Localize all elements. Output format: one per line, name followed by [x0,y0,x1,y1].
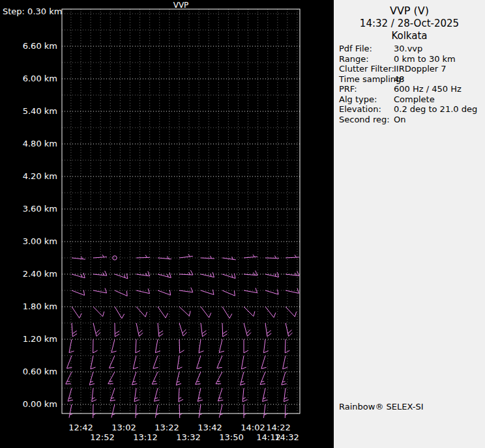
wind-barb [136,272,150,276]
wind-barb [93,323,100,336]
parameter-list: Pdf File:30.vvpRange:0 km to 30 kmClutte… [339,44,484,124]
x-axis-label: 14:02 [241,423,265,432]
wind-barbs [66,254,299,418]
param-label: PRF: [339,84,357,94]
y-axis-label: 1.80 km [1,301,57,311]
wind-barb [179,339,184,353]
wind-barb [158,307,168,318]
x-axis-label: 13:22 [154,423,179,432]
wind-barb [89,372,95,385]
param-label: Range: [339,54,369,64]
wind-barb [179,254,193,258]
panel-site: Kolkata [334,30,485,42]
wind-barb [92,388,96,402]
wind-barb [283,356,288,369]
wind-barb [201,323,207,337]
wind-barb [136,307,147,317]
wind-barb [136,339,140,353]
wind-barb [136,288,149,294]
x-axis-label: 13:02 [111,423,136,432]
wind-barb [222,257,236,260]
param-row: Range:0 km to 30 km [339,54,484,64]
param-row: Clutter Filter:IIRDoppler 7 [339,64,484,74]
param-row: Alg type:Complete [339,94,484,105]
wind-barb [136,404,138,418]
brand-footer: Rainbow® SELEX-SI [339,402,424,412]
param-value: 0 km to 30 km [394,54,456,64]
wind-barb [111,404,115,417]
x-axis-label: 13:32 [176,432,200,442]
wind-barb [286,288,299,294]
wind-barb-plot [0,0,334,448]
wind-barb [222,323,228,337]
wind-barb [72,290,85,296]
wind-barb [284,388,288,402]
wind-barb [115,323,119,337]
x-axis-label: 13:50 [219,432,243,442]
wind-barb [110,388,115,401]
wind-barb [260,372,265,384]
wind-barb [199,339,203,353]
param-value: 0.2 deg to 21.0 deg [394,104,477,114]
wind-barb [93,339,98,353]
y-axis-label: 0.60 km [1,367,57,376]
wind-barb [72,323,77,337]
wind-barb [222,290,235,296]
wind-barb [265,272,279,277]
wind-barb [108,372,115,384]
param-value: 30.vvp [394,44,422,53]
wind-barb [179,288,193,292]
y-axis-label: 3.60 km [1,204,57,214]
wind-barb [115,290,127,296]
param-row: Elevation:0.2 deg to 21.0 deg [339,104,484,115]
param-row: PRF:600 Hz / 450 Hz [339,84,484,94]
wind-barb [179,404,182,418]
x-axis-label: 12:42 [68,423,93,432]
param-row: Pdf File:30.vvp [339,44,484,54]
y-axis-label: 6.60 km [1,41,57,51]
wind-barb [244,271,257,275]
wind-barb [93,255,107,258]
y-axis-label: 4.80 km [1,139,57,148]
wind-barb [179,323,187,336]
param-label: Elevation: [339,104,381,114]
y-axis-label: 4.20 km [1,171,57,181]
wind-barb [93,307,104,316]
wind-barb [244,323,251,336]
wind-barb [286,255,299,258]
wind-barb [222,307,232,318]
wind-barb [176,372,181,385]
wind-barb [155,404,158,418]
x-axis-label: 14:22 [266,423,290,432]
wind-barb [285,404,287,418]
x-axis-label: 14:32 [274,432,299,442]
wind-barb [241,372,246,385]
wind-barb [201,256,214,259]
wind-barb [154,388,160,401]
wind-barb [199,404,202,418]
wind-barb [72,273,85,278]
panel-datetime: 14:32 / 28-Oct-2025 [334,18,485,29]
wind-barb [93,288,107,293]
wind-barb [68,388,73,401]
param-value: On [394,115,405,124]
wind-barb [158,323,163,337]
wind-barb [111,339,117,352]
wind-barb [263,339,268,353]
info-panel: VVP (V) 14:32 / 28-Oct-2025 Kolkata Pdf … [334,0,485,448]
y-axis-label: 3.00 km [1,236,57,246]
y-axis-label: 2.40 km [1,269,57,279]
wind-barb [109,356,115,368]
wind-barb [136,255,150,258]
wind-barb [261,356,267,369]
wind-barb [115,273,128,279]
param-row: Time sampling:48 [339,74,484,85]
wind-barb [133,356,138,369]
y-axis-label: 0.00 km [1,399,57,409]
wind-barb [69,404,72,418]
wind-barb [244,339,248,353]
y-axis-label: 6.00 km [1,74,57,83]
wind-barb [216,372,222,384]
wind-barb [153,356,158,369]
x-axis-label: 13:12 [133,432,157,442]
